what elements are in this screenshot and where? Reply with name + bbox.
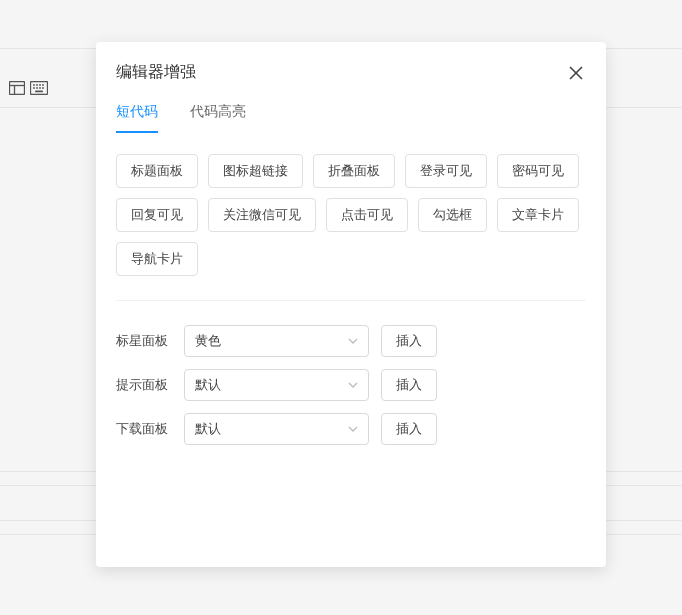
chip-collapse-panel[interactable]: 折叠面板: [313, 154, 395, 188]
select-value: 黄色: [195, 332, 221, 350]
tab-shortcode[interactable]: 短代码: [116, 103, 158, 133]
bg-toolbar: [0, 79, 48, 97]
select-value: 默认: [195, 376, 221, 394]
chip-wechat-visible[interactable]: 关注微信可见: [208, 198, 316, 232]
chevron-down-icon: [348, 426, 358, 432]
chip-icon-link[interactable]: 图标超链接: [208, 154, 303, 188]
shortcode-chips: 标题面板 图标超链接 折叠面板 登录可见 密码可见 回复可见 关注微信可见 点击…: [116, 154, 586, 301]
close-icon: [569, 66, 583, 80]
chevron-down-icon: [348, 338, 358, 344]
chip-checkbox[interactable]: 勾选框: [418, 198, 487, 232]
chip-nav-card[interactable]: 导航卡片: [116, 242, 198, 276]
select-value: 默认: [195, 420, 221, 438]
row-tip-panel: 提示面板 默认 插入: [116, 369, 586, 401]
chip-password-visible[interactable]: 密码可见: [497, 154, 579, 188]
label-star-panel: 标星面板: [116, 332, 172, 350]
modal-header: 编辑器增强: [116, 62, 586, 83]
row-download-panel: 下载面板 默认 插入: [116, 413, 586, 445]
chevron-down-icon: [348, 382, 358, 388]
editor-enhance-modal: 编辑器增强 短代码 代码高亮 标题面板 图标超链接 折叠面板 登录可见 密码可见…: [96, 42, 606, 567]
svg-point-11: [42, 87, 44, 89]
chip-login-visible[interactable]: 登录可见: [405, 154, 487, 188]
chip-reply-visible[interactable]: 回复可见: [116, 198, 198, 232]
select-download-panel[interactable]: 默认: [184, 413, 369, 445]
form-rows: 标星面板 黄色 插入 提示面板 默认 插入 下载面板 默认: [116, 325, 586, 445]
row-star-panel: 标星面板 黄色 插入: [116, 325, 586, 357]
select-tip-panel[interactable]: 默认: [184, 369, 369, 401]
modal-title: 编辑器增强: [116, 62, 196, 83]
svg-point-5: [36, 84, 38, 86]
svg-point-4: [33, 84, 35, 86]
chip-title-panel[interactable]: 标题面板: [116, 154, 198, 188]
chip-article-card[interactable]: 文章卡片: [497, 198, 579, 232]
svg-point-10: [39, 87, 41, 89]
insert-download-button[interactable]: 插入: [381, 413, 437, 445]
svg-rect-0: [10, 82, 25, 95]
tab-code-highlight[interactable]: 代码高亮: [190, 103, 246, 133]
insert-tip-button[interactable]: 插入: [381, 369, 437, 401]
select-star-panel[interactable]: 黄色: [184, 325, 369, 357]
chip-click-visible[interactable]: 点击可见: [326, 198, 408, 232]
svg-point-7: [42, 84, 44, 86]
svg-rect-3: [31, 82, 48, 95]
close-button[interactable]: [566, 63, 586, 83]
layout-icon: [8, 79, 26, 97]
label-tip-panel: 提示面板: [116, 376, 172, 394]
svg-point-9: [36, 87, 38, 89]
keyboard-icon: [30, 79, 48, 97]
insert-star-button[interactable]: 插入: [381, 325, 437, 357]
label-download-panel: 下载面板: [116, 420, 172, 438]
svg-point-8: [33, 87, 35, 89]
svg-point-6: [39, 84, 41, 86]
tabs: 短代码 代码高亮: [116, 103, 586, 134]
svg-rect-12: [35, 91, 43, 93]
